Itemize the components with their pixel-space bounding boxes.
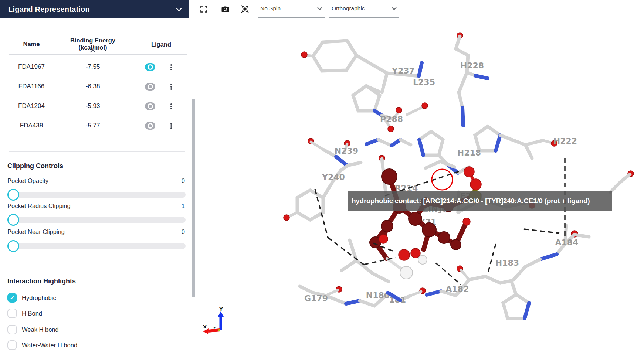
ligand-visibility-toggle[interactable] [145, 63, 155, 71]
checkbox-unchecked-icon[interactable] [7, 340, 17, 350]
residue-label: H183 [495, 258, 519, 267]
residue-label: H222 [553, 136, 577, 146]
residue-label: Y240 [322, 173, 345, 182]
h-bond-option[interactable]: H Bond [7, 309, 42, 318]
fullscreen-icon [200, 6, 207, 13]
viewer-toolbar: No Spin Orthographic [197, 0, 644, 19]
projection-select[interactable]: Orthographic [329, 3, 399, 18]
sidebar: Ligand Representation Name Binding Energ… [0, 0, 197, 351]
chevron-down-icon [392, 7, 397, 10]
residue-label: H228 [460, 61, 484, 70]
pocket-near-clipping-label: Pocket Near Clipping [7, 228, 65, 235]
ligand-visibility-toggle[interactable] [145, 83, 155, 91]
column-header-ligand: Ligand [146, 41, 176, 48]
axis-x-label: X [203, 324, 207, 330]
screenshot-button[interactable] [220, 4, 231, 14]
eye-icon [148, 64, 153, 70]
pocket-near-clipping-slider[interactable] [7, 243, 186, 249]
pocket-opacity-value: 0 [163, 177, 185, 184]
residue-label: A182 [446, 284, 469, 294]
residue-label: Y237 [392, 66, 415, 75]
kebab-menu-icon [170, 106, 172, 107]
residue-label: G179 [304, 294, 328, 303]
hydrophobic-option[interactable]: ✓ Hydrophobic [7, 293, 56, 303]
ligand-name: FDA1204 [7, 102, 55, 110]
axis-y-label: Y [219, 306, 223, 312]
pocket-radius-clipping-value: 1 [163, 202, 185, 209]
kebab-menu-icon [170, 86, 172, 88]
table-header-divider [9, 54, 187, 55]
fullscreen-button[interactable] [198, 4, 209, 14]
chevron-down-icon [317, 7, 322, 10]
interaction-highlights-title: Interaction Highlights [7, 277, 76, 285]
clipping-controls-title: Clipping Controls [7, 162, 63, 170]
pocket-radius-clipping-slider[interactable] [7, 217, 186, 223]
ligand-visibility-toggle[interactable] [145, 122, 155, 130]
eye-icon [148, 123, 153, 129]
interaction-tooltip: hydrophobic contact: [ARG]214:A.CG/0 - [… [348, 191, 612, 211]
axis-z-label: z [213, 326, 215, 330]
molecule-canvas[interactable]: Y237 L235 H228 P288 N239 H218 H222 Y240 … [197, 0, 644, 351]
row-menu-button[interactable] [168, 101, 174, 112]
checkbox-unchecked-icon[interactable] [7, 309, 17, 318]
row-menu-button[interactable] [168, 120, 174, 132]
binding-energy-value: -5.77 [55, 122, 130, 129]
eye-icon [148, 84, 153, 89]
slider-thumb[interactable] [7, 189, 19, 201]
option-label: H Bond [22, 310, 42, 317]
kebab-menu-icon [170, 67, 172, 68]
weak-h-bond-option[interactable]: Weak H bond [7, 325, 59, 334]
pocket-opacity-slider[interactable] [7, 192, 186, 198]
row-menu-button[interactable] [168, 62, 174, 73]
spin-select[interactable]: No Spin [258, 3, 325, 18]
checkbox-unchecked-icon[interactable] [7, 325, 17, 334]
option-label: Hydrophobic [22, 294, 56, 301]
ligand-name: FDA438 [7, 122, 55, 129]
spin-select-value: No Spin [260, 5, 281, 12]
residue-label: P288 [380, 115, 403, 124]
water-water-h-bond-option[interactable]: Water-Water H bond [7, 340, 77, 350]
section-divider [9, 151, 185, 152]
sidebar-scrollbar[interactable] [192, 99, 195, 297]
binding-energy-value: -7.55 [55, 63, 130, 71]
binding-energy-value: -5.93 [55, 102, 130, 110]
checkbox-checked-icon[interactable]: ✓ [7, 293, 17, 303]
residue-label: L235 [413, 78, 435, 87]
ligand-name: FDA1166 [7, 83, 55, 90]
row-menu-button[interactable] [168, 81, 174, 92]
ligand-representation-panel-header[interactable]: Ligand Representation [0, 0, 189, 18]
ligand-visibility-toggle[interactable] [145, 102, 155, 110]
panel-title: Ligand Representation [8, 5, 90, 14]
slider-thumb[interactable] [7, 214, 19, 226]
residue-label: N239 [335, 146, 358, 156]
ligand-name: FDA1967 [7, 63, 55, 71]
option-label: Weak H bond [22, 326, 59, 333]
residue-label: H218 [457, 148, 481, 157]
sort-asc-icon[interactable] [90, 48, 96, 54]
option-label: Water-Water H bond [22, 342, 77, 349]
residue-label: A184 [555, 238, 579, 247]
section-divider [9, 267, 185, 267]
app-root: Ligand Representation Name Binding Energ… [0, 0, 644, 351]
slider-thumb[interactable] [7, 240, 19, 252]
pocket-opacity-label: Pocket Opacity [7, 177, 48, 184]
molecule-viewer[interactable]: No Spin Orthographic [197, 0, 644, 351]
eye-icon [148, 103, 153, 109]
axis-gizmo: Y X z [203, 306, 224, 334]
center-view-button[interactable] [239, 4, 250, 14]
pocket-near-clipping-value: 0 [163, 228, 185, 235]
projection-select-value: Orthographic [332, 5, 365, 12]
camera-icon [221, 6, 229, 12]
chevron-down-icon [176, 8, 181, 11]
column-header-name[interactable]: Name [7, 41, 55, 48]
pocket-radius-clipping-label: Pocket Radius Clipping [7, 202, 71, 209]
center-view-icon [240, 5, 250, 13]
kebab-menu-icon [170, 125, 172, 127]
binding-energy-value: -6.38 [55, 83, 130, 90]
